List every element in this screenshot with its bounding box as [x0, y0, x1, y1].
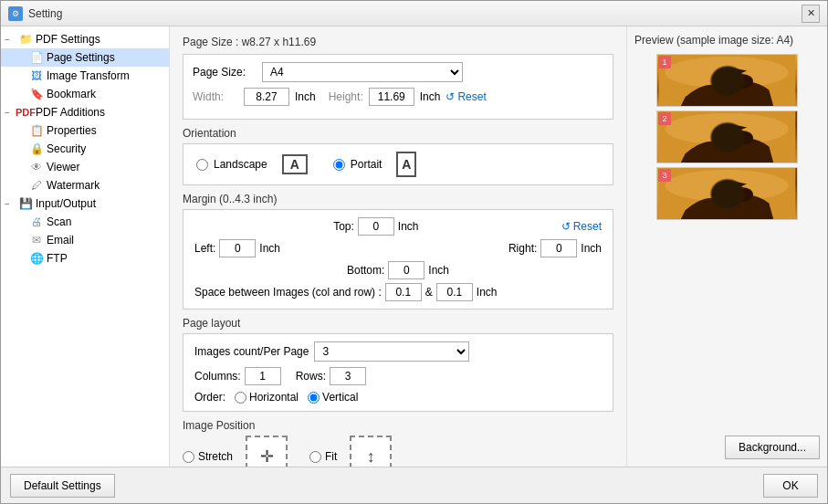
svg-point-2: [732, 74, 753, 88]
columns-input[interactable]: [245, 367, 281, 385]
bottom-input[interactable]: [388, 261, 424, 279]
fit-icon: ↕: [367, 447, 375, 467]
folder-icon: 📁: [18, 32, 33, 47]
sidebar-item-pdf-additions[interactable]: − PDF PDF Additions: [1, 103, 169, 121]
left-label: Left:: [194, 242, 215, 255]
preview-images: 1 2: [634, 54, 820, 220]
sidebar-item-ftp[interactable]: 🌐 FTP: [1, 249, 169, 268]
portrait-radio[interactable]: [333, 159, 345, 171]
viewer-icon: 👁: [29, 160, 44, 174]
fit-label: Fit: [325, 450, 337, 463]
space-col-input[interactable]: [385, 283, 422, 301]
portrait-icon: A: [396, 152, 416, 177]
horizontal-radio[interactable]: [235, 392, 246, 404]
preview-img-1: [656, 54, 798, 107]
sidebar-label: PDF Additions: [36, 106, 105, 119]
preview-num-3: 3: [658, 169, 671, 182]
landscape-option[interactable]: Landscape: [196, 158, 267, 171]
title-bar: ⚙ Setting ✕: [1, 1, 827, 26]
expand-icon: −: [5, 108, 16, 118]
lock-icon: 🔒: [29, 142, 44, 156]
svg-point-4: [665, 113, 788, 145]
rows-input[interactable]: [330, 367, 366, 385]
page-icon: 📄: [29, 50, 44, 65]
ok-button[interactable]: OK: [763, 474, 818, 498]
sidebar-label: Email: [47, 234, 74, 247]
image-icon: 🖼: [29, 68, 44, 83]
space-row-input[interactable]: [436, 283, 473, 301]
svg-point-1: [665, 57, 788, 89]
space-label: Space between Images (col and row) :: [194, 286, 382, 299]
images-count-select[interactable]: 312469: [314, 341, 469, 362]
watermark-icon: 🖊: [29, 178, 44, 193]
stretch-label: Stretch: [198, 450, 233, 463]
fit-option[interactable]: Fit: [309, 450, 337, 463]
inch-right: Inch: [581, 242, 602, 255]
sidebar-item-bookmark[interactable]: 🔖 Bookmark: [1, 85, 169, 103]
reset-button-1[interactable]: ↺ Reset: [445, 90, 486, 103]
width-label: Width:: [193, 90, 238, 103]
sidebar-item-viewer[interactable]: 👁 Viewer: [1, 158, 169, 176]
sidebar-label: Security: [47, 142, 86, 155]
sidebar-item-scan[interactable]: 🖨 Scan: [1, 213, 169, 231]
height-input[interactable]: 11.69: [369, 88, 414, 106]
page-layout-label: Page layout: [183, 317, 613, 330]
vertical-option[interactable]: Vertical: [308, 391, 358, 404]
sidebar: − 📁 PDF Settings 📄 Page Settings 🖼 Image…: [1, 26, 170, 467]
order-label: Order:: [194, 391, 225, 404]
fit-radio[interactable]: [309, 451, 321, 463]
right-label: Right:: [508, 242, 537, 255]
sidebar-item-pdf-settings[interactable]: − 📁 PDF Settings: [1, 30, 169, 48]
move-icon: ✛: [260, 446, 274, 467]
default-settings-button[interactable]: Default Settings: [10, 474, 115, 498]
sidebar-item-security[interactable]: 🔒 Security: [1, 140, 169, 158]
sidebar-item-email[interactable]: ✉ Email: [1, 231, 169, 249]
page-size-info: Page Size : w8.27 x h11.69: [183, 36, 316, 48]
space-and: &: [425, 286, 433, 299]
margin-label: Margin (0..4.3 inch): [183, 193, 613, 205]
portrait-option[interactable]: Portait: [333, 158, 383, 171]
reset-button-2[interactable]: ↺ Reset: [561, 220, 602, 233]
inch-label-2: Inch: [420, 90, 441, 103]
inch-space: Inch: [477, 286, 498, 299]
orientation-label: Orientation: [183, 127, 613, 140]
top-label: Top:: [333, 220, 354, 233]
sidebar-label: PDF Settings: [36, 33, 100, 46]
preview-num-2: 2: [658, 112, 671, 125]
sidebar-label: Properties: [47, 124, 97, 137]
left-input[interactable]: [219, 239, 256, 257]
sidebar-item-page-settings[interactable]: 📄 Page Settings: [1, 48, 169, 67]
inch-left: Inch: [259, 242, 280, 255]
right-input[interactable]: [540, 239, 577, 257]
images-count-label: Images count/Per Page: [194, 345, 309, 358]
preview-img-2: [656, 110, 798, 163]
background-button[interactable]: Background...: [725, 436, 820, 459]
expand-icon: −: [5, 199, 16, 209]
preview-title: Preview (sample image size: A4): [634, 34, 793, 47]
svg-point-8: [732, 187, 753, 201]
portrait-label: Portait: [351, 158, 383, 171]
main-content: Page Size : w8.27 x h11.69 Page Size: A4…: [170, 26, 626, 467]
sidebar-label: Bookmark: [47, 88, 96, 100]
sidebar-item-watermark[interactable]: 🖊 Watermark: [1, 176, 169, 194]
landscape-radio[interactable]: [196, 159, 208, 171]
page-size-label: Page Size:: [193, 66, 257, 79]
svg-point-7: [665, 170, 788, 202]
stretch-radio[interactable]: [183, 451, 194, 463]
top-input[interactable]: [358, 217, 394, 236]
page-size-select[interactable]: A4A3LetterLegalCustom: [262, 62, 463, 82]
horizontal-option[interactable]: Horizontal: [235, 391, 299, 404]
bottom-bar: Default Settings OK: [1, 467, 827, 503]
preview-panel: Preview (sample image size: A4) 1: [626, 26, 827, 467]
inch-top: Inch: [398, 220, 419, 233]
fit-icon-box: ↕: [350, 436, 392, 467]
vertical-radio[interactable]: [308, 392, 320, 404]
pdf-icon: PDF: [18, 105, 33, 120]
close-button[interactable]: ✕: [802, 5, 820, 23]
ftp-icon: 🌐: [29, 251, 44, 266]
sidebar-item-properties[interactable]: 📋 Properties: [1, 121, 169, 140]
sidebar-item-image-transform[interactable]: 🖼 Image Transform: [1, 67, 169, 85]
sidebar-item-input-output[interactable]: − 💾 Input/Output: [1, 194, 169, 213]
stretch-option[interactable]: Stretch: [183, 450, 233, 463]
width-input[interactable]: 8.27: [244, 88, 289, 106]
